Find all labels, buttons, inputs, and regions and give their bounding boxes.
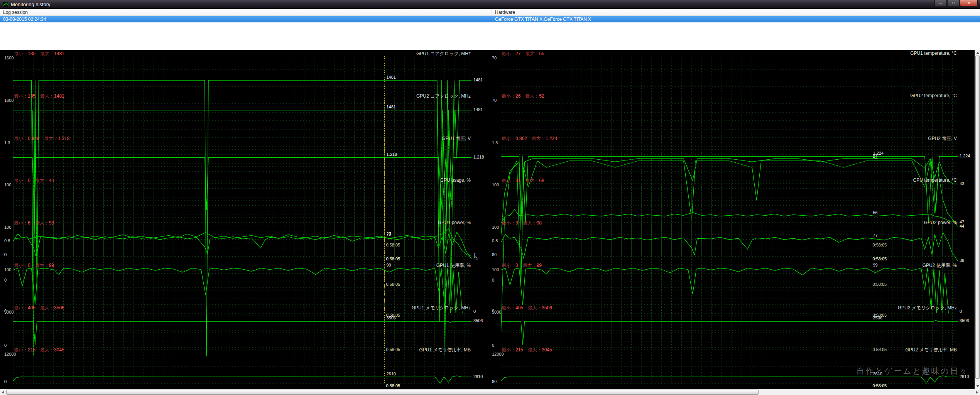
vertical-scrollbar[interactable]	[975, 50, 980, 389]
minmax-label-gpu1-mem-usage: 最小：215最大：3045	[14, 347, 64, 353]
current-value-gpu2-mem-clock: 3506	[960, 318, 969, 323]
min-value: 405	[28, 305, 35, 311]
scroll-up-button[interactable]	[975, 50, 980, 56]
max-label: 最大：	[35, 178, 49, 183]
log-session-row-selected[interactable]: 03-08-2015 02:24:34 GeForce GTX TITAN X,…	[0, 16, 980, 22]
min-value: 6	[28, 220, 30, 226]
chart-panel-gpu1-core-clock: 最小：135最大：1481GPU1 コアクロック, MHz16000148114…	[3, 50, 488, 93]
axis-bottom-gpu1-mem-usage: 0	[4, 379, 7, 384]
max-label: 最大：	[523, 263, 537, 268]
panel-title-gpu1-mem-clock: GPU1 メモリクロック, MHz	[412, 305, 471, 311]
chart-panel-gpu2-core-clock: 最小：135最大：1481GPU2 コアクロック, MHz16000148114…	[3, 93, 488, 135]
max-value: 98	[49, 220, 54, 226]
max-label: 最大：	[525, 51, 539, 56]
horizontal-scrollbar[interactable]	[0, 389, 980, 395]
max-label: 最大：	[40, 51, 54, 56]
axis-top-gpu2-mem-clock: 5000	[492, 310, 501, 314]
column-header-hardware[interactable]: Hardware	[492, 9, 980, 15]
scroll-left-button[interactable]	[0, 389, 6, 395]
min-label: 最小：	[502, 136, 515, 141]
max-label: 最大：	[44, 136, 58, 141]
monitoring-history-window: Monitoring history — □ ✕ Log session Har…	[0, 0, 980, 395]
window-title: Monitoring history	[11, 2, 51, 7]
min-label: 最小：	[14, 136, 28, 141]
arrow-up-icon	[976, 52, 979, 54]
minmax-label-gpu1-power: 最小：6最大：98	[14, 220, 54, 226]
marker-value-gpu1-voltage: 1.218	[387, 152, 397, 157]
min-value: 135	[28, 93, 35, 99]
max-label: 最大：	[35, 263, 49, 268]
minmax-label-gpu2-voltage: 最小：0.862最大：1.224	[502, 135, 557, 142]
marker-value-gpu2-power: 77	[873, 233, 878, 238]
chart-column-left: 最小：135最大：1481GPU1 コアクロック, MHz16000148114…	[3, 50, 488, 389]
chart-panel-gpu1-usage: 最小：0最大：99GPU1 使用率, %10009900:58:05	[3, 262, 488, 304]
chart-panel-gpu1-mem-usage: 最小：215最大：3045GPU1 メモリ使用率, MB120000261026…	[3, 346, 488, 389]
scroll-down-button[interactable]	[975, 383, 980, 389]
chart-column-right: 最小：27最大：55GPU1 temperature, °C702054440:…	[491, 50, 974, 389]
marker-value-gpu1-power: 79	[387, 232, 391, 236]
chart-panel-cpu-usage: 最小：0最大：40CPU usage, %10002710:58:05	[3, 177, 488, 219]
min-label: 最小：	[502, 93, 515, 99]
min-label: 最小：	[502, 178, 515, 183]
horizontal-scrollbar-thumb[interactable]	[6, 390, 759, 395]
maximize-button[interactable]: □	[947, 0, 960, 6]
max-label: 最大：	[40, 93, 54, 99]
scroll-right-button[interactable]	[974, 389, 980, 395]
marker-value-gpu2-core-clock: 1481	[387, 105, 396, 109]
max-label: 最大：	[523, 220, 537, 226]
log-session-list: Log session Hardware 03-08-2015 02:24:34…	[0, 9, 980, 50]
panel-title-gpu2-power: GPU2 power, %	[924, 220, 957, 225]
axis-top-gpu2-power: 100	[492, 225, 499, 230]
minmax-label-gpu2-power: 最小：3最大：98	[502, 220, 542, 226]
panel-title-gpu2-voltage: GPU2 電圧, V	[928, 135, 957, 142]
min-label: 最小：	[14, 263, 28, 268]
min-value: 215	[515, 347, 523, 353]
chart-panel-gpu1-mem-clock: 最小：405最大：3506GPU1 メモリクロック, MHz5000035063…	[3, 304, 488, 347]
max-value: 1481	[54, 93, 64, 99]
min-value: 0	[515, 263, 518, 268]
minmax-label-gpu2-usage: 最小：0最大：99	[502, 262, 542, 269]
min-label: 最小：	[14, 51, 28, 56]
max-value: 3045	[54, 347, 64, 353]
max-value: 3506	[542, 305, 552, 311]
minmax-label-gpu2-temp: 最小：26最大：52	[502, 93, 544, 100]
vertical-scrollbar-thumb[interactable]	[975, 56, 980, 379]
max-value: 99	[49, 263, 54, 268]
min-value: 31	[515, 178, 520, 183]
marker-value-gpu1-usage: 99	[387, 263, 391, 267]
chart-area: 最小：135最大：1481GPU1 コアクロック, MHz16000148114…	[0, 50, 980, 389]
current-value-gpu2-voltage: 1.224	[960, 154, 970, 158]
max-label: 最大：	[532, 136, 546, 141]
max-value: 52	[539, 93, 544, 99]
plot-gpu1-mem-usage	[13, 352, 471, 384]
min-label: 最小：	[502, 263, 515, 268]
minimize-button[interactable]: —	[934, 0, 947, 6]
log-session-cell: 03-08-2015 02:24:34	[0, 16, 492, 22]
column-header-log-session[interactable]: Log session	[0, 9, 492, 15]
marker-time-gpu2-mem-usage: 0:58:05	[873, 383, 887, 388]
panel-title-gpu1-usage: GPU1 使用率, %	[436, 262, 471, 269]
axis-top-gpu1-core-clock: 1600	[4, 56, 14, 60]
current-value-gpu1-mem-usage: 2610	[473, 374, 483, 379]
axis-top-gpu1-mem-clock: 5000	[4, 310, 14, 314]
max-value: 1.218	[58, 136, 69, 141]
titlebar[interactable]: Monitoring history — □ ✕	[0, 0, 980, 9]
panel-title-gpu2-usage: GPU2 使用率, %	[923, 262, 957, 269]
minmax-label-gpu1-temp: 最小：27最大：55	[502, 51, 544, 57]
watermark: 自作とゲームと趣味の日々	[857, 366, 968, 376]
minmax-label-gpu1-mem-clock: 最小：405最大：3506	[14, 305, 64, 311]
max-label: 最大：	[525, 93, 539, 99]
max-label: 最大：	[35, 220, 49, 226]
max-value: 55	[539, 51, 544, 56]
current-value-gpu1-mem-clock: 3506	[473, 318, 483, 323]
current-value-gpu1-power: 41	[473, 256, 478, 261]
min-value: 405	[515, 305, 523, 311]
caption-buttons: — □ ✕	[934, 0, 978, 6]
max-value: 40	[49, 178, 54, 183]
chart-panel-gpu1-power: 最小：6最大：98GPU1 power, %100079410:58:05	[3, 219, 488, 262]
axis-top-gpu1-temp: 70	[492, 56, 497, 60]
close-button[interactable]: ✕	[960, 0, 978, 6]
hardware-cell: GeForce GTX TITAN X,GeForce GTX TITAN X	[492, 16, 980, 22]
axis-top-cpu-usage: 100	[4, 182, 11, 187]
min-label: 最小：	[14, 220, 28, 226]
